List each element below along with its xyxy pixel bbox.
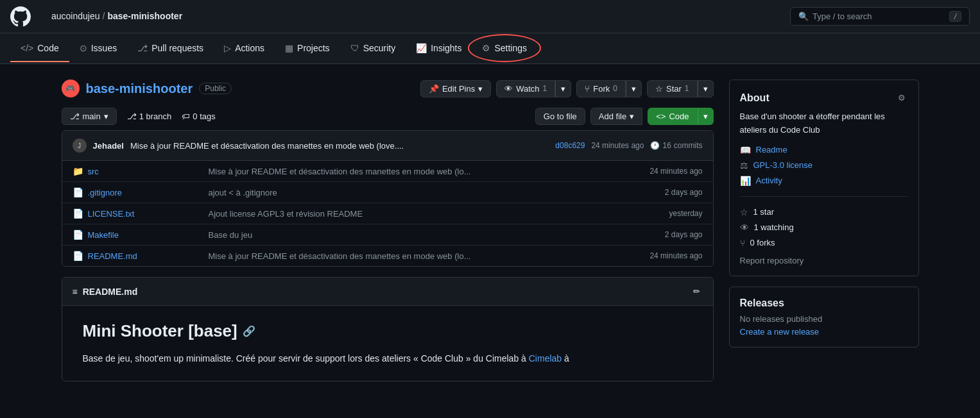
about-description: Base d'un shooter a étoffer pendant les …: [740, 110, 908, 137]
add-file-label: Add file: [599, 112, 626, 121]
branch-count-link[interactable]: 1 branch: [139, 112, 172, 121]
code-icon: </>: [21, 43, 33, 53]
left-column: 🎮 base-minishooter Public 📌 Edit Pins ▾ …: [62, 79, 714, 381]
file-time: 2 days ago: [665, 230, 703, 239]
security-icon: 🛡: [350, 43, 359, 53]
edit-pins-label: Edit Pins: [442, 84, 475, 94]
repo-navbar: </> Code ⊙ Issues ⎇ Pull requests ▷ Acti…: [0, 33, 980, 64]
watch-count: 1: [543, 84, 547, 93]
nav-issues[interactable]: ⊙ Issues: [69, 35, 127, 62]
readme-filename: README.md: [83, 287, 138, 297]
search-box[interactable]: 🔍 Type / to search /: [790, 7, 970, 26]
commit-avatar: J: [73, 138, 87, 153]
watch-button[interactable]: 👁 Watch 1: [496, 80, 555, 97]
releases-none: No releases published: [740, 314, 908, 324]
watch-icon: 👁: [504, 84, 513, 94]
code-group: <> Code ▾: [648, 108, 713, 125]
file-icon: 📄: [73, 208, 83, 219]
file-name[interactable]: README.md: [88, 251, 203, 261]
nav-security[interactable]: 🛡 Security: [340, 35, 406, 62]
file-time: 2 days ago: [665, 188, 703, 197]
breadcrumb-sep: /: [103, 11, 105, 21]
cimelab-link[interactable]: Cimelab: [529, 353, 562, 364]
nav-settings[interactable]: ⚙ Settings: [472, 35, 537, 62]
watching-label: 1 watching: [754, 222, 794, 232]
about-title: About: [740, 92, 769, 104]
about-settings-button[interactable]: ⚙: [895, 90, 908, 105]
tag-meta-icon: 🏷: [182, 112, 190, 121]
nav-actions-label: Actions: [235, 43, 264, 53]
repo-icon: 🎮: [62, 79, 80, 97]
fork-button[interactable]: ⑂ Fork 0: [576, 80, 626, 97]
branch-meta-icon: ⎇: [127, 112, 137, 121]
releases-box: Releases No releases published Create a …: [729, 287, 919, 347]
branch-count-item: ⎇ 1 branch: [127, 112, 172, 121]
branch-selector[interactable]: ⎇ main ▾: [62, 108, 117, 125]
file-commit-msg: Ajout license AGPL3 et révision README: [209, 209, 664, 219]
nav-settings-label: Settings: [494, 43, 527, 53]
right-sidebar: About ⚙ Base d'un shooter a étoffer pend…: [729, 79, 919, 381]
commit-time: 24 minutes ago: [591, 141, 644, 150]
pins-chevron-icon: ▾: [478, 84, 483, 94]
nav-security-label: Security: [363, 43, 396, 53]
table-row: 📄MakefileBase du jeu2 days ago: [62, 224, 713, 246]
star-button[interactable]: ☆ Star 1: [647, 80, 698, 97]
commit-author[interactable]: Jehadel: [93, 141, 124, 151]
search-placeholder: Type / to search: [812, 12, 872, 21]
nav-pullrequests[interactable]: ⎇ Pull requests: [127, 35, 214, 62]
file-name[interactable]: .gitignore: [88, 188, 203, 197]
commit-count: 🕐 16 commits: [650, 141, 702, 150]
go-to-file-button[interactable]: Go to file: [535, 108, 585, 125]
tag-count-link[interactable]: 0 tags: [193, 112, 215, 121]
add-file-group: Add file ▾: [590, 108, 642, 125]
nav-projects[interactable]: ▦ Projects: [275, 35, 340, 62]
repo-name[interactable]: base-minishooter: [86, 81, 193, 96]
file-time: 24 minutes ago: [649, 251, 702, 260]
create-release-link[interactable]: Create a new release: [740, 327, 820, 337]
activity-link[interactable]: 📊 Activity: [740, 176, 908, 186]
readme-body: Mini Shooter [base] 🔗 Base de jeu, shoot…: [62, 306, 713, 381]
topnav-right: 🔍 Type / to search /: [790, 7, 970, 26]
watch-dropdown-button[interactable]: ▾: [555, 80, 571, 97]
readme-box: ≡ README.md ✏ Mini Shooter [base] 🔗 Base…: [62, 277, 714, 381]
code-button[interactable]: <> Code: [648, 108, 697, 125]
stars-stat: ☆ 1 star: [740, 207, 908, 217]
github-logo[interactable]: [10, 6, 31, 27]
code-dropdown-button[interactable]: ▾: [698, 108, 714, 125]
commit-hash[interactable]: d08c629: [555, 141, 585, 150]
history-icon: 🕐: [650, 141, 660, 150]
report-link[interactable]: Report repository: [740, 256, 908, 265]
about-box: About ⚙ Base d'un shooter a étoffer pend…: [729, 79, 919, 276]
insights-icon: 📈: [416, 43, 427, 53]
fork-dropdown-button[interactable]: ▾: [626, 80, 642, 97]
license-link[interactable]: ⚖ GPL-3.0 license: [740, 160, 908, 171]
eye-stat-icon: 👁: [740, 222, 749, 233]
file-name[interactable]: src: [88, 167, 203, 176]
watching-stat: 👁 1 watching: [740, 222, 908, 233]
file-icon: 📄: [73, 251, 83, 261]
branch-bar: ⎇ main ▾ ⎇ 1 branch 🏷 0 tags Go to file: [62, 108, 714, 125]
watch-group: 👁 Watch 1 ▾: [496, 80, 571, 97]
readme-edit-button[interactable]: ✏: [691, 284, 703, 299]
table-row: 📄LICENSE.txtAjout license AGPL3 et révis…: [62, 203, 713, 224]
star-dropdown-button[interactable]: ▾: [698, 80, 714, 97]
branch-name: main: [83, 112, 101, 121]
file-name[interactable]: Makefile: [88, 230, 203, 240]
file-table: J Jehadel Mise à jour README et désactiv…: [62, 130, 714, 267]
nav-code[interactable]: </> Code: [10, 35, 69, 62]
breadcrumb: aucoindujeu / base-minishooter: [41, 0, 193, 33]
branch-icon: ⎇: [70, 112, 80, 121]
edit-pins-button[interactable]: 📌 Edit Pins ▾: [420, 80, 491, 97]
nav-insights[interactable]: 📈 Insights: [406, 35, 472, 62]
nav-projects-label: Projects: [297, 43, 330, 53]
user-link[interactable]: aucoindujeu: [51, 11, 100, 21]
heading-link-icon: 🔗: [243, 325, 255, 337]
repo-link[interactable]: base-minishooter: [107, 11, 182, 21]
stars-label: 1 star: [753, 207, 775, 217]
file-name[interactable]: LICENSE.txt: [88, 209, 203, 219]
add-file-button[interactable]: Add file ▾: [590, 108, 642, 125]
license-icon: ⚖: [740, 160, 748, 171]
nav-issues-label: Issues: [91, 43, 117, 53]
readme-link[interactable]: 📖 Readme: [740, 145, 908, 155]
nav-actions[interactable]: ▷ Actions: [214, 35, 275, 62]
